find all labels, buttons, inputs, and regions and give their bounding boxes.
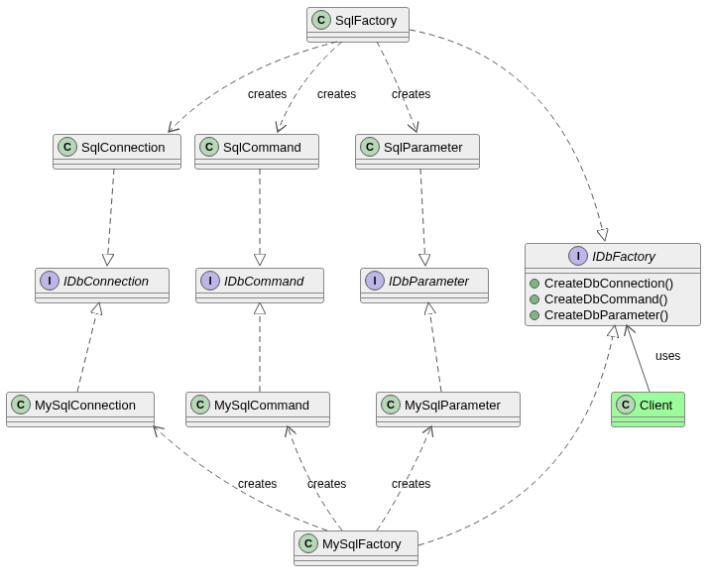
visibility-dot-icon <box>530 279 539 289</box>
edge-label-uses: uses <box>655 349 680 363</box>
visibility-dot-icon <box>530 310 539 320</box>
class-sqlparameter: CSqlParameter <box>355 134 480 170</box>
edge-label-creates: creates <box>392 477 430 491</box>
edge-label-creates: creates <box>392 87 430 101</box>
class-mysqlparameter: CMySqlParameter <box>376 392 521 427</box>
method-row: CreateDbCommand() <box>530 292 696 307</box>
class-label: MySqlConnection <box>35 398 136 412</box>
class-sqlcommand: CSqlCommand <box>194 134 319 170</box>
method-label: CreateDbCommand() <box>544 292 667 307</box>
class-label: MySqlFactory <box>322 536 401 551</box>
interface-icon: I <box>40 271 60 291</box>
class-icon: C <box>360 137 380 157</box>
edge-label-creates: creates <box>317 87 356 101</box>
class-mysqlconnection: CMySqlConnection <box>6 392 155 427</box>
class-icon: C <box>199 137 219 157</box>
class-mysqlcommand: CMySqlCommand <box>185 392 330 427</box>
method-row: CreateDbConnection() <box>530 276 696 292</box>
class-label: MySqlCommand <box>214 398 309 412</box>
method-label: CreateDbParameter() <box>544 307 668 323</box>
class-label: SqlConnection <box>81 140 166 155</box>
class-label: SqlParameter <box>384 140 462 155</box>
class-client: CClient <box>611 392 685 427</box>
interface-icon: I <box>568 246 588 266</box>
class-sqlfactory: CSqlFactory <box>306 7 410 43</box>
interface-label: IDbCommand <box>224 274 303 289</box>
interface-icon: I <box>365 271 385 291</box>
method-label: CreateDbConnection() <box>544 276 673 292</box>
class-icon: C <box>298 533 318 553</box>
interface-idbconnection: IIDbConnection <box>35 268 170 303</box>
class-label: SqlFactory <box>335 13 397 28</box>
visibility-dot-icon <box>530 294 539 304</box>
class-icon: C <box>58 137 77 157</box>
class-label: MySqlParameter <box>405 398 501 412</box>
interface-label: IDbConnection <box>63 274 149 289</box>
class-label: SqlCommand <box>223 140 301 155</box>
interface-icon: I <box>200 271 220 291</box>
class-sqlconnection: CSqlConnection <box>53 134 181 170</box>
edge-label-creates: creates <box>307 477 346 491</box>
method-row: CreateDbParameter() <box>530 307 696 323</box>
interface-idbparameter: IIDbParameter <box>360 268 489 303</box>
edge-label-creates: creates <box>248 87 287 101</box>
class-mysqlfactory: CMySqlFactory <box>294 530 418 566</box>
edge-label-creates: creates <box>238 477 277 491</box>
class-icon: C <box>616 395 636 414</box>
class-label: Client <box>640 398 672 412</box>
class-icon: C <box>190 395 210 414</box>
interface-label: IDbFactory <box>592 249 655 264</box>
interface-label: IDbParameter <box>389 274 469 289</box>
class-icon: C <box>381 395 401 414</box>
class-icon: C <box>311 10 331 30</box>
interface-idbcommand: IIDbCommand <box>195 268 324 303</box>
class-icon: C <box>11 395 31 414</box>
interface-idbfactory: IIDbFactory CreateDbConnection() CreateD… <box>525 243 701 326</box>
